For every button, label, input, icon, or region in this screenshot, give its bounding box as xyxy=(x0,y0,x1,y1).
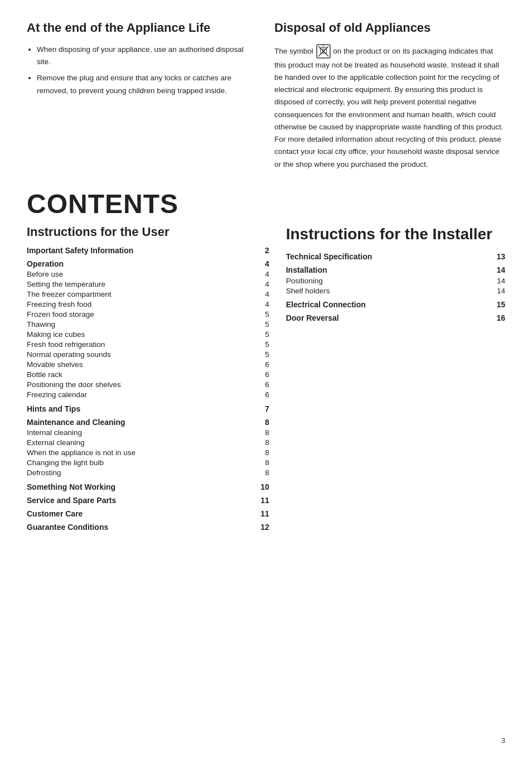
toc-row: Maintenance and Cleaning8 xyxy=(27,418,269,427)
toc-row: Hints and Tips7 xyxy=(27,404,269,413)
disposal-title: Disposal of old Appliances xyxy=(274,20,505,36)
toc-page: 12 xyxy=(256,523,269,532)
toc-page: 6 xyxy=(256,380,269,389)
toc-page: 8 xyxy=(256,469,269,477)
toc-row: Movable shelves6 xyxy=(27,360,269,370)
toc-page: 7 xyxy=(256,404,269,413)
toc-label: Shelf holders xyxy=(286,287,492,295)
toc-row: Making ice cubes5 xyxy=(27,330,269,340)
toc-page: 4 xyxy=(256,300,269,308)
toc-row: Shelf holders14 xyxy=(286,286,505,296)
toc-page: 6 xyxy=(256,360,269,369)
toc-label: Electrical Connection xyxy=(286,300,492,309)
installer-toc-list: Technical Specification13Installation14P… xyxy=(286,252,505,322)
toc-row: Frozen food storage5 xyxy=(27,310,269,320)
toc-row: Thawing5 xyxy=(27,320,269,330)
toc-label: Positioning the door shelves xyxy=(27,380,256,389)
toc-row: The freezer compartment4 xyxy=(27,289,269,300)
toc-row: Changing the light bulb8 xyxy=(27,458,269,468)
toc-page: 4 xyxy=(256,259,269,268)
toc-label: Something Not Working xyxy=(27,482,256,491)
toc-page: 6 xyxy=(256,370,269,379)
toc-label: Hints and Tips xyxy=(27,404,256,413)
toc-label: Changing the light bulb xyxy=(27,458,256,467)
toc-page: 11 xyxy=(256,509,269,518)
appliance-life-section: At the end of the Appliance Life When di… xyxy=(27,20,258,171)
toc-row: Electrical Connection15 xyxy=(286,300,505,309)
contents-section: CONTENTS Instructions for the User Impor… xyxy=(27,189,505,533)
installer-instructions-title: Instructions for the Installer xyxy=(286,225,505,244)
toc-row: Setting the temperature4 xyxy=(27,279,269,289)
toc-row: Something Not Working10 xyxy=(27,482,269,491)
toc-label: Frozen food storage xyxy=(27,310,256,318)
toc-page: 8 xyxy=(256,458,269,467)
toc-row: Technical Specification13 xyxy=(286,252,505,261)
toc-page: 5 xyxy=(256,340,269,349)
toc-page: 8 xyxy=(256,418,269,427)
toc-label: Before use xyxy=(27,270,256,278)
toc-label: When the appliance is not in use xyxy=(27,448,256,457)
toc-page: 10 xyxy=(256,482,269,491)
top-section: At the end of the Appliance Life When di… xyxy=(27,20,505,171)
toc-row: Bottle rack6 xyxy=(27,370,269,380)
toc-label: Service and Spare Parts xyxy=(27,496,256,505)
toc-page: 4 xyxy=(256,280,269,288)
toc-label: Door Reversal xyxy=(286,313,492,322)
toc-row: Service and Spare Parts11 xyxy=(27,496,269,505)
toc-label: Setting the temperature xyxy=(27,280,256,288)
toc-page: 14 xyxy=(492,265,505,274)
toc-row: Positioning the door shelves6 xyxy=(27,380,269,390)
toc-row: Positioning14 xyxy=(286,276,505,286)
toc-label: Defrosting xyxy=(27,469,256,477)
toc-label: Normal operating sounds xyxy=(27,350,256,359)
toc-label: Bottle rack xyxy=(27,370,256,379)
toc-page: 2 xyxy=(256,246,269,255)
bullet-item: Remove the plug and ensure that any lock… xyxy=(37,72,258,98)
contents-title: CONTENTS xyxy=(27,189,505,219)
toc-page: 14 xyxy=(492,277,505,285)
toc-page: 5 xyxy=(256,320,269,329)
appliance-life-title: At the end of the Appliance Life xyxy=(27,20,258,36)
disposal-section: Disposal of old Appliances The symbol xyxy=(274,20,505,171)
toc-label: Operation xyxy=(27,259,256,268)
toc-page: 16 xyxy=(492,313,505,322)
user-instructions-title: Instructions for the User xyxy=(27,225,269,239)
toc-row: Door Reversal16 xyxy=(286,313,505,322)
toc-label: Internal cleaning xyxy=(27,428,256,437)
toc-row: External cleaning8 xyxy=(27,438,269,448)
toc-label: Customer Care xyxy=(27,509,256,518)
toc-page: 8 xyxy=(256,438,269,447)
toc-label: Important Safety Information xyxy=(27,246,256,255)
disposal-body-text: on the product or on its packaging indic… xyxy=(274,46,504,168)
toc-row: Defrosting8 xyxy=(27,468,269,478)
installer-instructions-column: Instructions for the Installer Technical… xyxy=(286,225,505,533)
toc-row: Normal operating sounds5 xyxy=(27,350,269,360)
contents-columns: Instructions for the User Important Safe… xyxy=(27,225,505,533)
toc-row: Customer Care11 xyxy=(27,509,269,518)
toc-page: 8 xyxy=(256,428,269,437)
toc-page: 8 xyxy=(256,448,269,457)
toc-label: Guarantee Conditions xyxy=(27,523,256,532)
toc-page: 6 xyxy=(256,390,269,399)
toc-page: 11 xyxy=(256,496,269,505)
page-number: 3 xyxy=(501,736,505,745)
toc-row: Freezing calendar6 xyxy=(27,390,269,400)
appliance-life-bullets: When disposing of your appliance, use an… xyxy=(27,44,258,98)
disposal-body: The symbol xyxy=(274,44,505,171)
toc-page: 4 xyxy=(256,290,269,298)
toc-page: 5 xyxy=(256,310,269,318)
toc-page: 15 xyxy=(492,300,505,309)
toc-label: The freezer compartment xyxy=(27,290,256,298)
toc-label: Installation xyxy=(286,265,492,274)
toc-label: Technical Specification xyxy=(286,252,492,261)
toc-page: 5 xyxy=(256,350,269,359)
toc-row: Before use4 xyxy=(27,269,269,279)
bullet-item: When disposing of your appliance, use an… xyxy=(37,44,258,69)
toc-row: Operation4 xyxy=(27,259,269,268)
toc-label: Thawing xyxy=(27,320,256,329)
toc-label: Freezing calendar xyxy=(27,390,256,399)
toc-row: Fresh food refrigeration5 xyxy=(27,340,269,350)
toc-row: Important Safety Information2 xyxy=(27,246,269,255)
toc-label: Making ice cubes xyxy=(27,330,256,339)
toc-label: Positioning xyxy=(286,277,492,285)
